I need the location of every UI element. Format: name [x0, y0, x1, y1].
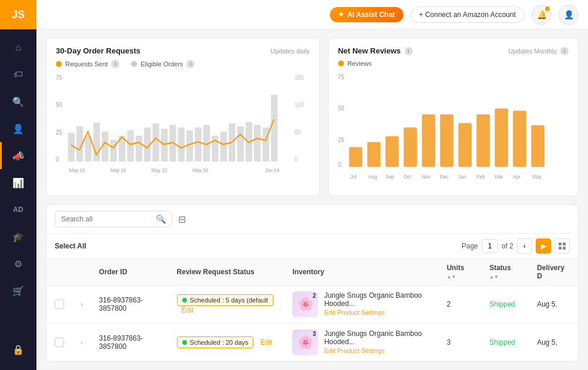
ai-chat-button[interactable]: ✦ AI Assist Chat [330, 7, 403, 22]
row1-checkbox[interactable] [55, 300, 64, 309]
svg-text:Oct: Oct [403, 173, 411, 180]
pagination: Page of 2 ‹ ▶ [462, 238, 570, 254]
row1-edit-link[interactable]: Edit [182, 306, 194, 314]
sidebar-item-home[interactable]: ⌂ [0, 34, 36, 61]
svg-rect-42 [349, 147, 362, 167]
svg-rect-67 [563, 247, 566, 250]
main-content: ✦ AI Assist Chat + Connect an Amazon Acc… [36, 0, 588, 370]
svg-text:Mar: Mar [495, 173, 503, 180]
page-input[interactable] [482, 239, 498, 253]
row2-checkbox[interactable] [55, 338, 64, 347]
status-sort-icon[interactable]: ▲▼ [489, 274, 499, 280]
grid-view-button[interactable] [554, 238, 570, 254]
svg-text:May 16: May 16 [110, 167, 126, 174]
svg-rect-11 [93, 123, 100, 162]
row1-product-cell: 2 🌸 Jungle Snugs Organic Bamboo Hooded..… [292, 291, 430, 317]
svg-rect-48 [458, 123, 472, 167]
row2-status-text: Scheduled : 20 days [190, 339, 249, 346]
page-total: of 2 [502, 242, 513, 250]
reviews-subtitle-info-icon[interactable]: i [560, 47, 569, 55]
legend-requests-label: Requests Sent [65, 60, 108, 68]
requests-info-icon[interactable]: i [111, 60, 119, 68]
legend-dot-reviews [338, 60, 344, 66]
svg-rect-21 [178, 127, 185, 162]
row1-units: 2 [439, 285, 482, 324]
svg-text:Jun 04: Jun 04 [265, 167, 280, 174]
sidebar-item-lock[interactable]: 🔒 [0, 336, 36, 363]
row1-status-dot [182, 298, 187, 302]
table-header-bar: Select All Page of 2 ‹ ▶ [46, 234, 578, 259]
app-logo: JS [0, 0, 36, 29]
search-icon: 🔍 [12, 96, 24, 107]
search-input[interactable] [61, 215, 151, 223]
svg-text:Apr: Apr [513, 173, 520, 180]
sidebar-item-ads[interactable]: AD [0, 196, 36, 223]
charts-row: 30-Day Order Requests Updates daily Requ… [46, 38, 579, 196]
page-content: 30-Day Order Requests Updates daily Requ… [36, 29, 588, 370]
row1-review-status-cell: Scheduled : 5 days (default Edit [169, 285, 285, 324]
svg-text:Sep: Sep [385, 173, 394, 180]
sidebar-item-tools[interactable]: ⚙ [0, 250, 36, 277]
th-checkbox [46, 259, 72, 285]
svg-rect-51 [513, 110, 526, 167]
svg-rect-32 [271, 95, 278, 162]
legend-requests-sent: Requests Sent i [56, 60, 119, 68]
svg-text:Jul: Jul [350, 173, 356, 180]
connect-amazon-button[interactable]: + Connect an Amazon Account [410, 6, 524, 23]
eligible-info-icon[interactable]: i [186, 60, 195, 68]
header: ✦ AI Assist Chat + Connect an Amazon Acc… [36, 0, 588, 29]
table-toolbar: 🔍 ⊟ [46, 205, 578, 234]
row2-edit-link[interactable]: Edit [260, 338, 273, 347]
analytics-icon: 📊 [12, 177, 24, 189]
sidebar-item-analytics[interactable]: 📊 [0, 169, 36, 196]
row2-product-edit-link[interactable]: Edit Product Settings [324, 347, 430, 354]
row1-order-id: 316-8937863-3857800 [91, 285, 168, 324]
svg-text:Feb: Feb [476, 173, 485, 180]
filter-icon[interactable]: ⊟ [178, 214, 186, 225]
search-icon: 🔍 [156, 214, 166, 224]
connect-label: + Connect an Amazon Account [419, 11, 516, 19]
row1-status: Shipped [481, 285, 529, 324]
reviews-chart-svg: 75 50 25 0 [338, 70, 569, 187]
reviews-chart-header: Net New Reviews i Updates Monthly i [338, 46, 569, 55]
row1-product-edit-link[interactable]: Edit Product Settings [324, 309, 430, 316]
sidebar-bottom: 🔒 [0, 336, 36, 370]
row2-chevron-cell: › [72, 324, 91, 362]
order-chart-subtitle: Updates daily [270, 48, 310, 55]
row2-status-dot [182, 340, 187, 345]
sidebar-item-users[interactable]: 👤 [0, 115, 36, 142]
notifications-button[interactable]: 🔔 [532, 5, 552, 25]
sidebar-item-cart[interactable]: 🛒 [0, 277, 36, 304]
row2-status: Shipped [481, 324, 529, 362]
row1-chevron-cell: › [72, 285, 91, 324]
order-chart-title: 30-Day Order Requests [56, 46, 141, 55]
legend-reviews: Reviews [338, 60, 372, 67]
sidebar-item-search[interactable]: 🔍 [0, 88, 36, 115]
row1-inventory-cell: 2 🌸 Jungle Snugs Organic Bamboo Hooded..… [284, 285, 438, 324]
page-next-button[interactable]: ▶ [536, 238, 551, 254]
sidebar-item-reviews[interactable]: 🎓 [0, 223, 36, 250]
page-prev-button[interactable]: ‹ [517, 238, 532, 254]
svg-text:0: 0 [56, 156, 59, 163]
svg-rect-64 [559, 243, 562, 245]
row2-chevron[interactable]: › [81, 339, 82, 346]
sidebar-item-campaigns[interactable]: 📣 [0, 142, 36, 169]
row1-chevron[interactable]: › [81, 301, 82, 308]
svg-rect-44 [385, 136, 399, 167]
svg-text:75: 75 [56, 74, 62, 81]
row1-order-id-value: 316-8937863-3857800 [99, 296, 143, 312]
row2-shipped-badge: Shipped [489, 338, 515, 347]
order-chart-header: 30-Day Order Requests Updates daily [56, 46, 310, 55]
select-all-label: Select All [55, 242, 86, 250]
account-button[interactable]: 👤 [559, 5, 579, 25]
units-sort-icon[interactable]: ▲▼ [447, 274, 456, 280]
svg-rect-46 [422, 115, 435, 167]
row2-units: 3 [439, 324, 482, 362]
reviews-chart-legend: Reviews [338, 60, 569, 67]
reviews-title-info-icon[interactable]: i [405, 47, 413, 55]
row2-inventory-cell: 3 🌸 Jungle Snugs Organic Bamboo Hooded..… [284, 324, 438, 362]
grid-icon [558, 242, 566, 250]
row1-product-thumb: 2 🌸 [292, 291, 318, 317]
svg-text:50: 50 [56, 102, 62, 109]
sidebar-item-products[interactable]: 🏷 [0, 61, 36, 88]
